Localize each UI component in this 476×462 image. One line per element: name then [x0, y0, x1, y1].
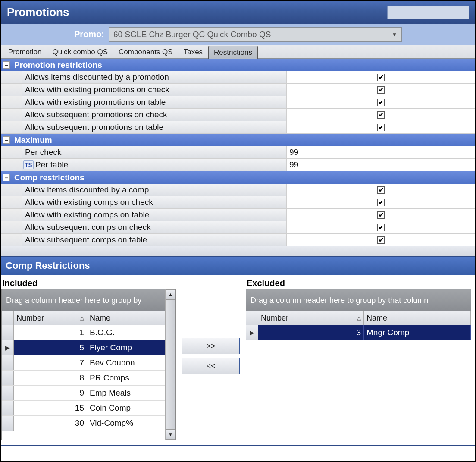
row-handle[interactable]: [2, 416, 14, 431]
property-value: ✔: [286, 109, 475, 121]
table-row[interactable]: 7Bev Coupon: [2, 355, 175, 371]
property-value: ✔: [286, 234, 475, 246]
cell-number: 15: [14, 401, 87, 415]
indent: [1, 146, 22, 158]
tab-strip: PromotionQuick combo QSComponents QSTaxe…: [1, 45, 475, 59]
property-label: Allow with existing promotions on check: [22, 84, 286, 96]
property-label: Allow with existing comps on table: [22, 209, 286, 221]
row-handle[interactable]: ▶: [246, 325, 258, 340]
tab-components-qs[interactable]: Components QS: [113, 46, 178, 58]
section-header[interactable]: −Maximum: [1, 134, 475, 146]
collapse-icon[interactable]: −: [3, 61, 10, 69]
cell-name: Mngr Comp: [364, 325, 471, 340]
property-value: ✔: [286, 121, 475, 133]
gap-strip: [1, 246, 475, 256]
group-by-area[interactable]: Drag a column header here to group by: [2, 289, 175, 311]
scrollbar[interactable]: ▲ ▼: [165, 289, 175, 440]
tab-promotion[interactable]: Promotion: [3, 46, 47, 58]
property-row: Allow subsequent comps on check✔: [1, 221, 475, 234]
table-row[interactable]: ▶5Flyer Comp: [2, 340, 175, 355]
section-header[interactable]: −Comp restrictions: [1, 171, 475, 184]
property-value-input[interactable]: 99: [286, 159, 475, 171]
property-label: Allow subsequent comps on check: [22, 221, 286, 233]
section-header[interactable]: −Promotion restrictions: [1, 59, 475, 71]
group-by-area[interactable]: Drag a column header here to group by th…: [246, 289, 471, 311]
property-label: Per check: [22, 146, 286, 158]
table-row[interactable]: 15Coin Comp: [2, 401, 175, 416]
indent: [1, 121, 22, 133]
number-header[interactable]: Number △: [14, 311, 87, 325]
sort-asc-icon: △: [80, 315, 84, 321]
indent: [1, 109, 22, 121]
property-value-input[interactable]: 99: [286, 146, 475, 158]
row-handle[interactable]: [2, 371, 14, 385]
row-handle[interactable]: [2, 325, 14, 340]
scroll-up-icon[interactable]: ▲: [166, 289, 175, 300]
property-value: ✔: [286, 84, 475, 96]
checkbox[interactable]: ✔: [377, 236, 385, 244]
property-value: ✔: [286, 184, 475, 196]
property-row: Allow with existing comps on table✔: [1, 209, 475, 221]
row-handle[interactable]: ▶: [2, 340, 14, 355]
checkbox[interactable]: ✔: [377, 186, 385, 194]
comp-restrictions-panel: Comp Restrictions Included Drag a column…: [1, 256, 475, 446]
row-handle[interactable]: [2, 401, 14, 415]
property-value: ✔: [286, 71, 475, 83]
property-row: Per check99: [1, 146, 475, 159]
number-header[interactable]: Number △: [258, 311, 364, 325]
property-row: Allow with existing comps on check✔: [1, 196, 475, 209]
row-pointer-icon: ▶: [250, 329, 254, 336]
cell-name: PR Comps: [87, 371, 175, 385]
checkbox[interactable]: ✔: [377, 224, 385, 231]
checkbox[interactable]: ✔: [377, 111, 385, 119]
property-label: Allow with existing promotions on table: [22, 96, 286, 108]
tab-restrictions[interactable]: Restrictions: [208, 46, 258, 59]
cell-name: Flyer Comp: [87, 340, 175, 355]
checkbox[interactable]: ✔: [377, 74, 385, 81]
name-header[interactable]: Name: [364, 311, 471, 325]
property-label: Allow subsequent comps on table: [22, 234, 286, 246]
property-label: Allows items discounted by a promotion: [22, 71, 286, 83]
property-row: Allow subsequent comps on table✔: [1, 234, 475, 246]
checkbox[interactable]: ✔: [377, 199, 385, 206]
move-left-button[interactable]: <<: [182, 358, 240, 374]
property-value: ✔: [286, 96, 475, 108]
indent: [1, 159, 22, 171]
title-bar: Promotions: [1, 1, 475, 24]
collapse-icon[interactable]: −: [3, 174, 10, 181]
name-header[interactable]: Name: [87, 311, 175, 325]
checkbox[interactable]: ✔: [377, 124, 385, 131]
table-row[interactable]: 1B.O.G.: [2, 325, 175, 340]
move-right-button[interactable]: >>: [182, 338, 240, 354]
collapse-icon[interactable]: −: [3, 136, 10, 144]
tab-taxes[interactable]: Taxes: [178, 46, 208, 58]
checkbox[interactable]: ✔: [377, 99, 385, 106]
row-handle-header: [2, 311, 14, 325]
ts-icon: TS: [23, 160, 34, 169]
cell-name: Emp Meals: [87, 386, 175, 400]
table-row[interactable]: 8PR Comps: [2, 371, 175, 386]
row-handle[interactable]: [2, 386, 14, 400]
scroll-down-icon[interactable]: ▼: [166, 429, 175, 440]
table-row[interactable]: 30Vid-Comp%: [2, 416, 175, 431]
promo-select[interactable]: 60 SGLE Chz Burger QC Quick Combo QS ▼: [109, 27, 402, 42]
checkbox[interactable]: ✔: [377, 211, 385, 219]
promo-selector-row: Promo: 60 SGLE Chz Burger QC Quick Combo…: [1, 24, 475, 45]
row-pointer-icon: ▶: [5, 344, 10, 351]
sort-asc-icon: △: [357, 315, 361, 321]
cell-name: B.O.G.: [87, 325, 175, 340]
table-row[interactable]: ▶3Mngr Comp: [246, 325, 471, 340]
chevron-down-icon: ▼: [392, 31, 397, 38]
cell-name: Bev Coupon: [87, 355, 175, 370]
included-grid: Drag a column header here to group by Nu…: [1, 289, 176, 440]
checkbox[interactable]: ✔: [377, 86, 385, 94]
section-title: Comp restrictions: [14, 173, 85, 182]
search-input[interactable]: [387, 6, 469, 19]
property-label: Allow with existing comps on check: [22, 196, 286, 208]
row-handle[interactable]: [2, 355, 14, 370]
property-row: Allow with existing promotions on check✔: [1, 84, 475, 96]
excluded-grid: Drag a column header here to group by th…: [246, 289, 471, 440]
table-row[interactable]: 9Emp Meals: [2, 386, 175, 401]
tab-quick-combo-qs[interactable]: Quick combo QS: [47, 46, 113, 58]
panel-title: Comp Restrictions: [1, 257, 475, 275]
